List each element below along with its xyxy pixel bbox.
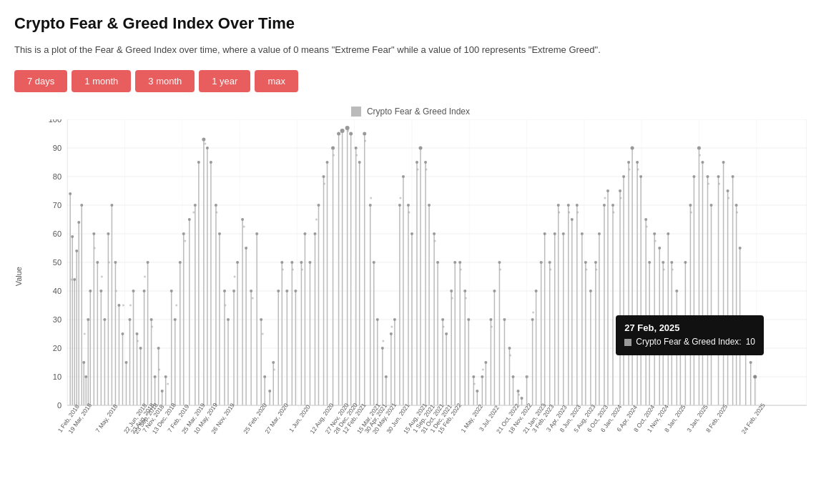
svg-point-265	[535, 290, 538, 292]
btn-7days[interactable]: 7 days	[14, 70, 67, 92]
svg-text:10: 10	[53, 372, 62, 381]
svg-point-83	[136, 332, 139, 335]
svg-point-149	[277, 290, 280, 292]
svg-point-417	[558, 211, 560, 213]
svg-point-171	[326, 161, 329, 164]
svg-point-387	[292, 268, 294, 270]
svg-point-391	[333, 154, 335, 156]
svg-point-434	[707, 182, 709, 184]
svg-point-426	[637, 168, 639, 170]
svg-point-398	[399, 197, 401, 199]
svg-point-117	[206, 147, 209, 149]
svg-text:40: 40	[53, 287, 62, 295]
svg-point-215	[424, 161, 427, 164]
svg-point-370	[137, 340, 139, 342]
svg-point-71	[114, 261, 117, 264]
svg-point-364	[94, 247, 96, 249]
svg-point-85	[139, 347, 142, 350]
svg-point-405	[460, 268, 462, 270]
svg-point-383	[252, 297, 254, 299]
svg-point-408	[482, 368, 484, 370]
chart-tooltip: 27 Feb, 2025 Crypto Fear & Greed Index: …	[616, 315, 764, 355]
svg-point-349	[727, 189, 729, 192]
svg-point-249	[498, 261, 501, 264]
svg-point-87	[143, 290, 146, 292]
svg-point-197	[385, 375, 388, 378]
page-description: This is a plot of the Fear & Greed Index…	[14, 43, 807, 57]
btn-3month[interactable]: 3 month	[135, 70, 195, 92]
svg-point-409	[491, 325, 493, 327]
svg-point-390	[323, 182, 325, 184]
svg-point-393	[355, 154, 358, 156]
svg-point-59	[92, 232, 95, 235]
svg-text:7 May, 2018: 7 May, 2018	[94, 402, 119, 434]
svg-point-379	[215, 211, 217, 213]
svg-point-402	[434, 239, 436, 242]
svg-point-73	[117, 304, 120, 307]
svg-point-372	[151, 325, 153, 327]
svg-point-77	[124, 361, 127, 364]
svg-point-99	[164, 375, 167, 378]
svg-point-345	[717, 175, 720, 178]
svg-point-185	[358, 161, 361, 164]
svg-point-376	[184, 239, 186, 242]
svg-text:50: 50	[53, 258, 62, 267]
svg-point-105	[179, 261, 182, 264]
svg-point-241	[481, 375, 483, 378]
svg-point-169	[323, 175, 325, 178]
svg-point-297	[606, 189, 609, 192]
svg-point-283	[576, 204, 579, 207]
svg-point-143	[263, 375, 266, 378]
svg-point-219	[433, 232, 436, 235]
svg-point-49	[80, 204, 83, 207]
svg-point-269	[544, 232, 546, 235]
svg-point-127	[227, 318, 230, 321]
svg-point-380	[224, 304, 226, 306]
tooltip-label: Crypto Fear & Greed Index:	[636, 335, 741, 349]
svg-point-415	[541, 261, 543, 263]
svg-point-365	[101, 275, 103, 277]
svg-point-69	[110, 204, 113, 207]
svg-point-404	[451, 297, 453, 299]
svg-point-287	[584, 261, 587, 264]
y-axis-label: Value	[14, 267, 29, 286]
svg-point-173	[331, 146, 335, 149]
svg-point-191	[373, 261, 375, 264]
svg-point-337	[697, 146, 701, 149]
svg-point-223	[441, 318, 444, 321]
svg-point-111	[194, 204, 197, 207]
svg-point-419	[576, 211, 579, 213]
svg-text:80: 80	[53, 172, 62, 181]
btn-1month[interactable]: 1 month	[72, 70, 131, 92]
svg-point-201	[393, 318, 396, 321]
btn-1year[interactable]: 1 year	[199, 70, 250, 92]
svg-point-305	[627, 161, 630, 164]
svg-point-115	[202, 137, 205, 141]
svg-point-131	[236, 261, 239, 264]
svg-point-432	[690, 211, 692, 213]
svg-point-420	[585, 268, 587, 270]
svg-point-428	[654, 239, 657, 242]
svg-point-271	[549, 261, 551, 264]
btn-max[interactable]: max	[255, 70, 298, 92]
svg-point-377	[192, 211, 195, 213]
svg-point-413	[526, 375, 529, 377]
svg-point-291	[594, 261, 597, 264]
svg-point-109	[188, 218, 191, 221]
svg-point-161	[303, 232, 306, 235]
svg-point-418	[568, 211, 570, 213]
svg-point-325	[670, 261, 673, 264]
svg-point-257	[517, 390, 520, 392]
svg-point-243	[484, 361, 487, 364]
svg-point-159	[300, 261, 303, 264]
svg-point-311	[639, 175, 642, 178]
svg-point-386	[282, 268, 284, 270]
tooltip-value-row: Crypto Fear & Greed Index: 10	[624, 335, 755, 349]
svg-point-247	[493, 290, 496, 292]
svg-point-335	[692, 175, 695, 178]
chart-area: Crypto Fear & Greed Index Value	[14, 107, 807, 457]
svg-point-245	[489, 318, 492, 321]
svg-point-382	[243, 225, 245, 227]
svg-point-55	[87, 318, 89, 321]
svg-point-275	[557, 204, 560, 207]
